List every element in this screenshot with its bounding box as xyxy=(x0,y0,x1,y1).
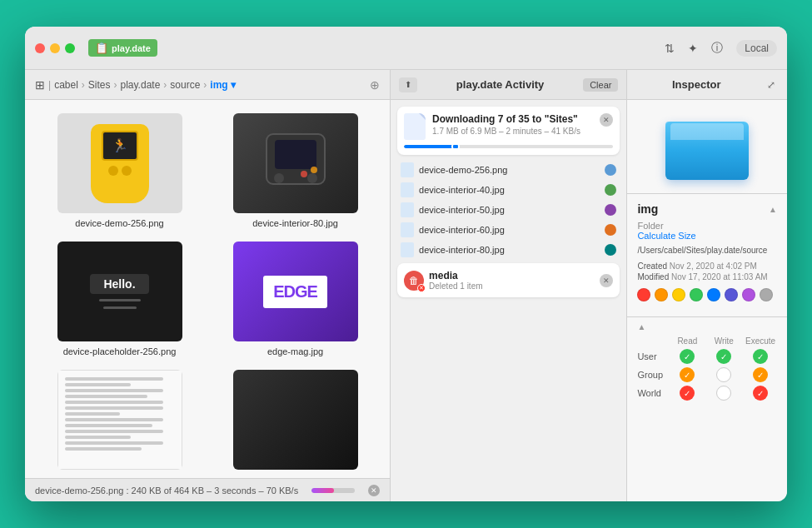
file-rows-list: device-demo-256.png device-interior-40.j… xyxy=(397,160,620,260)
trash-icon: 🗑 ✕ xyxy=(404,271,424,291)
color-blue[interactable] xyxy=(707,288,720,301)
sep: | xyxy=(48,79,51,91)
interior-svg xyxy=(262,130,329,197)
svg-point-5 xyxy=(311,167,317,173)
deleted-item: 🗑 ✕ media Deleted 1 item ✕ xyxy=(397,263,620,297)
list-item[interactable]: device-interior-50.jpg xyxy=(397,200,620,220)
clear-button[interactable]: Clear xyxy=(583,78,618,92)
file-item[interactable]: 🏃 device-demo-256.png xyxy=(38,113,201,228)
titlebar: 📋 play.date ⇅ ✦ ⓘ Local xyxy=(25,27,787,70)
file-item[interactable] xyxy=(38,370,201,475)
download-item: Downloading 7 of 35 to "Sites" 1.7 MB of… xyxy=(397,107,620,155)
list-item[interactable]: device-interior-40.jpg xyxy=(397,180,620,200)
window-title: play.date xyxy=(112,43,151,53)
location-dropdown[interactable]: Local xyxy=(736,40,777,57)
share-icon[interactable]: ✦ xyxy=(688,42,698,55)
file-thumbnail: EDGE xyxy=(233,242,358,341)
file-name: device-demo-256.png xyxy=(75,218,163,228)
breadcrumb-sites[interactable]: Sites xyxy=(88,79,111,91)
inspector-title: Inspector xyxy=(635,78,757,91)
view-toggle-icon[interactable]: ⊞ xyxy=(35,78,45,92)
file-name: device-interior-80.jpg xyxy=(252,218,338,228)
folder-highlight xyxy=(670,123,744,140)
breadcrumb-actions: ⊕ xyxy=(370,78,380,92)
chevron-up-icon[interactable]: ▲ xyxy=(769,205,777,214)
perm-col: ✓ xyxy=(744,367,777,382)
perm-col xyxy=(707,367,740,382)
color-gray[interactable] xyxy=(760,288,773,301)
chevron-up-icon[interactable]: ▲ xyxy=(637,322,645,331)
breadcrumb-playdate[interactable]: play.date xyxy=(121,79,161,91)
deleted-subtitle: Deleted 1 item xyxy=(429,281,595,291)
file-thumbnail xyxy=(233,370,358,470)
file-row-name: device-interior-50.jpg xyxy=(419,205,600,215)
activity-body: Downloading 7 of 35 to "Sites" 1.7 MB of… xyxy=(391,100,626,501)
file-grid: 🏃 device-demo-256.png xyxy=(25,100,390,478)
permissions-header: ▲ xyxy=(637,322,777,331)
file-thumbnail: Hello. xyxy=(57,242,182,341)
info-icon[interactable]: ⓘ xyxy=(711,41,723,56)
add-icon[interactable]: ⊕ xyxy=(370,78,380,92)
maximize-button[interactable] xyxy=(65,43,75,53)
perm-col: ✓ xyxy=(744,349,777,364)
file-row-name: device-interior-60.jpg xyxy=(419,225,600,235)
inspector-panel: Inspector ⤢ img ▲ Folder xyxy=(627,70,787,501)
inspector-header: Inspector ⤢ xyxy=(627,70,787,100)
check-red-icon: ✓ xyxy=(680,386,695,401)
close-button[interactable] xyxy=(35,43,45,53)
file-name: device-placeholder-256.png xyxy=(63,346,177,356)
perm-col: ✓ xyxy=(670,367,704,382)
interior-image xyxy=(233,113,358,213)
file-icon xyxy=(401,202,414,217)
file-thumbnail xyxy=(57,370,182,470)
file-item[interactable]: Hello. device-placeholder-256.png xyxy=(38,242,201,356)
activity-prev-button[interactable]: ⬆ xyxy=(399,77,417,92)
file-item[interactable] xyxy=(214,370,376,475)
activity-title: play.date Activity xyxy=(424,78,576,91)
list-item[interactable]: device-demo-256.png xyxy=(397,160,620,180)
file-row-name: device-interior-40.jpg xyxy=(419,185,600,195)
color-red[interactable] xyxy=(637,288,650,301)
gameboy-screen: 🏃 xyxy=(102,131,138,161)
file-name: edge-mag.jpg xyxy=(267,346,323,356)
file-item[interactable]: device-interior-80.jpg xyxy=(214,113,376,228)
color-green[interactable] xyxy=(690,288,703,301)
transfer-indicator xyxy=(605,244,616,256)
folder-body xyxy=(665,122,749,180)
dark-image xyxy=(233,370,358,470)
perm-col: ✓ xyxy=(707,349,740,364)
color-purple[interactable] xyxy=(742,288,755,301)
check-red-icon: ✓ xyxy=(753,386,768,401)
download-title: Downloading 7 of 35 to "Sites" xyxy=(432,113,593,125)
activity-panel: ⬆ play.date Activity Clear Downloading 7… xyxy=(391,70,627,501)
color-yellow[interactable] xyxy=(672,288,685,301)
perm-label-group: Group xyxy=(637,370,667,380)
deleted-close-button[interactable]: ✕ xyxy=(600,274,613,287)
calculate-size-link[interactable]: Calculate Size xyxy=(637,231,777,241)
download-close-button[interactable]: ✕ xyxy=(600,113,613,127)
file-item[interactable]: EDGE edge-mag.jpg xyxy=(214,242,376,356)
folder-path: /Users/cabel/Sites/play.date/source xyxy=(637,246,777,255)
status-close-button[interactable]: ✕ xyxy=(368,485,380,496)
perm-col-header-execute: Execute xyxy=(744,336,777,346)
breadcrumb-bar: ⊞ | cabel › Sites › play.date › source ›… xyxy=(25,70,390,100)
sort-icon[interactable]: ⇅ xyxy=(665,42,675,55)
created-date: Nov 2, 2020 at 4:02 PM xyxy=(670,262,757,271)
edge-mag-image: EDGE xyxy=(233,242,358,341)
color-indigo[interactable] xyxy=(725,288,738,301)
download-main: Downloading 7 of 35 to "Sites" 1.7 MB of… xyxy=(404,113,613,140)
list-item[interactable]: device-interior-60.jpg xyxy=(397,220,620,240)
svg-point-3 xyxy=(307,173,317,183)
traffic-lights xyxy=(35,43,75,53)
breadcrumb-source[interactable]: source xyxy=(170,79,200,91)
breadcrumb-img[interactable]: img ▾ xyxy=(210,79,236,91)
list-item[interactable]: device-interior-80.jpg xyxy=(397,240,620,260)
minimize-button[interactable] xyxy=(50,43,60,53)
inspector-info-section: img ▲ Folder Calculate Size /Users/cabel… xyxy=(627,194,787,316)
perm-col: ✓ xyxy=(670,349,704,364)
breadcrumb-cabel[interactable]: cabel xyxy=(54,79,78,91)
download-info: Downloading 7 of 35 to "Sites" 1.7 MB of… xyxy=(432,113,593,136)
inspector-expand-button[interactable]: ⤢ xyxy=(764,77,779,92)
progress-dot xyxy=(451,145,460,148)
color-orange[interactable] xyxy=(655,288,668,301)
